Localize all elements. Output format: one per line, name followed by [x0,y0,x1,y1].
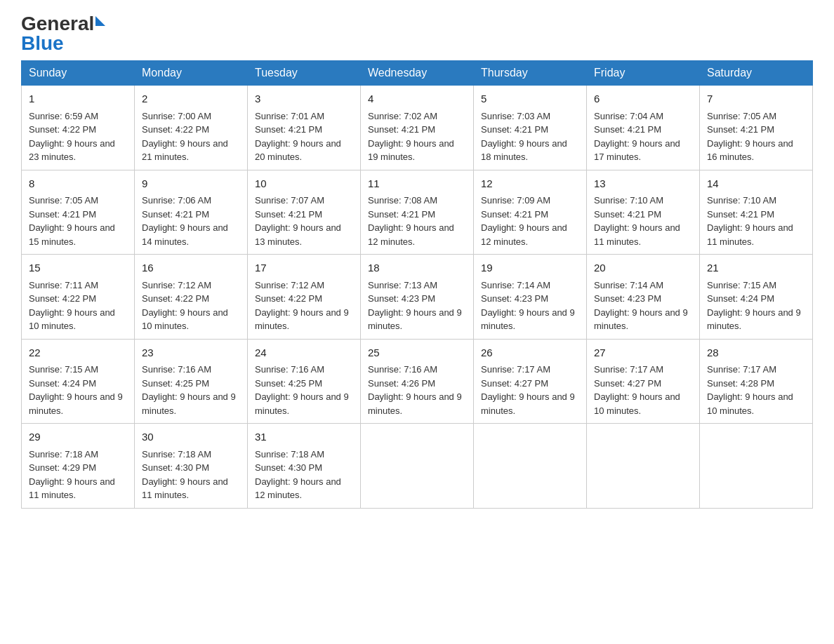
day-cell: 20 Sunrise: 7:14 AMSunset: 4:23 PMDaylig… [587,255,700,340]
day-cell: 13 Sunrise: 7:10 AMSunset: 4:21 PMDaylig… [587,170,700,255]
header-cell-saturday: Saturday [700,61,813,86]
day-number: 16 [142,260,240,276]
day-number: 30 [142,429,240,445]
day-cell: 2 Sunrise: 7:00 AMSunset: 4:22 PMDayligh… [135,86,248,170]
calendar-table: SundayMondayTuesdayWednesdayThursdayFrid… [21,60,813,509]
logo-blue-text: Blue [21,34,64,53]
week-row-5: 29 Sunrise: 7:18 AMSunset: 4:29 PMDaylig… [22,424,813,509]
week-row-1: 1 Sunrise: 6:59 AMSunset: 4:22 PMDayligh… [22,86,813,170]
logo-arrow-icon [95,16,105,26]
day-info: Sunrise: 7:13 AMSunset: 4:23 PMDaylight:… [368,280,462,332]
day-info: Sunrise: 7:14 AMSunset: 4:23 PMDaylight:… [481,280,575,332]
page-header: General Blue [21,14,813,53]
day-number: 3 [255,91,353,107]
day-cell: 19 Sunrise: 7:14 AMSunset: 4:23 PMDaylig… [474,255,587,340]
day-cell: 28 Sunrise: 7:17 AMSunset: 4:28 PMDaylig… [700,339,813,424]
day-info: Sunrise: 7:03 AMSunset: 4:21 PMDaylight:… [481,111,567,163]
header-cell-thursday: Thursday [474,61,587,86]
day-cell: 17 Sunrise: 7:12 AMSunset: 4:22 PMDaylig… [248,255,361,340]
day-cell: 22 Sunrise: 7:15 AMSunset: 4:24 PMDaylig… [22,339,135,424]
day-cell: 27 Sunrise: 7:17 AMSunset: 4:27 PMDaylig… [587,339,700,424]
day-cell: 1 Sunrise: 6:59 AMSunset: 4:22 PMDayligh… [22,86,135,170]
day-cell: 3 Sunrise: 7:01 AMSunset: 4:21 PMDayligh… [248,86,361,170]
day-number: 31 [255,429,353,445]
day-cell: 21 Sunrise: 7:15 AMSunset: 4:24 PMDaylig… [700,255,813,340]
week-row-4: 22 Sunrise: 7:15 AMSunset: 4:24 PMDaylig… [22,339,813,424]
day-info: Sunrise: 7:15 AMSunset: 4:24 PMDaylight:… [707,280,801,332]
header-cell-wednesday: Wednesday [361,61,474,86]
day-cell: 12 Sunrise: 7:09 AMSunset: 4:21 PMDaylig… [474,170,587,255]
day-info: Sunrise: 7:00 AMSunset: 4:22 PMDaylight:… [142,111,228,163]
day-number: 23 [142,345,240,361]
day-cell: 23 Sunrise: 7:16 AMSunset: 4:25 PMDaylig… [135,339,248,424]
day-info: Sunrise: 7:04 AMSunset: 4:21 PMDaylight:… [594,111,680,163]
day-number: 21 [707,260,805,276]
header-row: SundayMondayTuesdayWednesdayThursdayFrid… [22,61,813,86]
day-number: 17 [255,260,353,276]
day-info: Sunrise: 7:15 AMSunset: 4:24 PMDaylight:… [29,364,123,416]
day-cell: 9 Sunrise: 7:06 AMSunset: 4:21 PMDayligh… [135,170,248,255]
day-number: 14 [707,176,805,192]
header-cell-monday: Monday [135,61,248,86]
day-info: Sunrise: 7:17 AMSunset: 4:27 PMDaylight:… [481,364,575,416]
day-info: Sunrise: 7:18 AMSunset: 4:30 PMDaylight:… [142,449,228,501]
day-info: Sunrise: 7:10 AMSunset: 4:21 PMDaylight:… [707,195,793,247]
day-info: Sunrise: 7:16 AMSunset: 4:26 PMDaylight:… [368,364,462,416]
week-row-3: 15 Sunrise: 7:11 AMSunset: 4:22 PMDaylig… [22,255,813,340]
day-info: Sunrise: 7:05 AMSunset: 4:21 PMDaylight:… [707,111,793,163]
day-info: Sunrise: 7:10 AMSunset: 4:21 PMDaylight:… [594,195,680,247]
day-info: Sunrise: 7:17 AMSunset: 4:28 PMDaylight:… [707,364,793,416]
day-cell: 6 Sunrise: 7:04 AMSunset: 4:21 PMDayligh… [587,86,700,170]
day-cell: 14 Sunrise: 7:10 AMSunset: 4:21 PMDaylig… [700,170,813,255]
day-number: 7 [707,91,805,107]
day-number: 8 [29,176,127,192]
day-cell: 31 Sunrise: 7:18 AMSunset: 4:30 PMDaylig… [248,424,361,509]
day-number: 22 [29,345,127,361]
logo: General Blue [21,14,105,53]
day-number: 2 [142,91,240,107]
day-number: 18 [368,260,466,276]
day-info: Sunrise: 7:02 AMSunset: 4:21 PMDaylight:… [368,111,454,163]
day-cell: 16 Sunrise: 7:12 AMSunset: 4:22 PMDaylig… [135,255,248,340]
day-number: 25 [368,345,466,361]
day-number: 29 [29,429,127,445]
day-number: 27 [594,345,692,361]
day-info: Sunrise: 7:16 AMSunset: 4:25 PMDaylight:… [255,364,349,416]
day-info: Sunrise: 7:18 AMSunset: 4:29 PMDaylight:… [29,449,115,501]
header-cell-tuesday: Tuesday [248,61,361,86]
day-cell: 24 Sunrise: 7:16 AMSunset: 4:25 PMDaylig… [248,339,361,424]
day-number: 4 [368,91,466,107]
day-info: Sunrise: 7:12 AMSunset: 4:22 PMDaylight:… [142,280,228,332]
day-cell [700,424,813,509]
day-cell: 5 Sunrise: 7:03 AMSunset: 4:21 PMDayligh… [474,86,587,170]
day-info: Sunrise: 7:05 AMSunset: 4:21 PMDaylight:… [29,195,115,247]
day-cell: 15 Sunrise: 7:11 AMSunset: 4:22 PMDaylig… [22,255,135,340]
day-cell: 30 Sunrise: 7:18 AMSunset: 4:30 PMDaylig… [135,424,248,509]
day-number: 15 [29,260,127,276]
day-number: 1 [29,91,127,107]
day-number: 26 [481,345,579,361]
day-number: 6 [594,91,692,107]
day-cell: 26 Sunrise: 7:17 AMSunset: 4:27 PMDaylig… [474,339,587,424]
day-info: Sunrise: 7:14 AMSunset: 4:23 PMDaylight:… [594,280,688,332]
day-cell: 4 Sunrise: 7:02 AMSunset: 4:21 PMDayligh… [361,86,474,170]
day-number: 13 [594,176,692,192]
header-cell-sunday: Sunday [22,61,135,86]
day-number: 9 [142,176,240,192]
day-number: 12 [481,176,579,192]
day-info: Sunrise: 6:59 AMSunset: 4:22 PMDaylight:… [29,111,115,163]
day-cell: 8 Sunrise: 7:05 AMSunset: 4:21 PMDayligh… [22,170,135,255]
day-number: 10 [255,176,353,192]
week-row-2: 8 Sunrise: 7:05 AMSunset: 4:21 PMDayligh… [22,170,813,255]
day-cell: 25 Sunrise: 7:16 AMSunset: 4:26 PMDaylig… [361,339,474,424]
day-info: Sunrise: 7:11 AMSunset: 4:22 PMDaylight:… [29,280,115,332]
day-info: Sunrise: 7:09 AMSunset: 4:21 PMDaylight:… [481,195,567,247]
day-info: Sunrise: 7:07 AMSunset: 4:21 PMDaylight:… [255,195,341,247]
header-cell-friday: Friday [587,61,700,86]
day-cell [361,424,474,509]
logo-general-text: General [21,14,94,34]
day-info: Sunrise: 7:18 AMSunset: 4:30 PMDaylight:… [255,449,341,501]
day-info: Sunrise: 7:06 AMSunset: 4:21 PMDaylight:… [142,195,228,247]
day-info: Sunrise: 7:08 AMSunset: 4:21 PMDaylight:… [368,195,454,247]
day-info: Sunrise: 7:16 AMSunset: 4:25 PMDaylight:… [142,364,236,416]
